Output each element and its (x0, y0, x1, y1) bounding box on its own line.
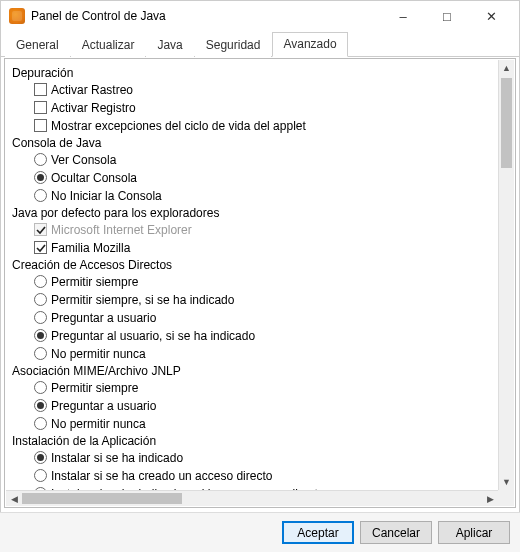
radio-icon[interactable] (34, 275, 47, 288)
checkbox-item[interactable]: Mostrar excepciones del ciclo de vida de… (34, 117, 496, 134)
scroll-up-icon[interactable]: ▲ (499, 60, 514, 76)
checkbox-icon (34, 223, 47, 236)
item-label: Familia Mozilla (51, 241, 130, 255)
vertical-scrollbar[interactable]: ▲ ▼ (498, 60, 514, 490)
checkbox-item: Microsoft Internet Explorer (34, 221, 496, 238)
dialog-footer: Aceptar Cancelar Aplicar (0, 512, 520, 552)
radio-item[interactable]: No permitir nunca (34, 415, 496, 432)
radio-icon[interactable] (34, 381, 47, 394)
tab-actualizar[interactable]: Actualizar (71, 33, 146, 57)
radio-item[interactable]: Permitir siempre, si se ha indicado (34, 291, 496, 308)
radio-item[interactable]: Preguntar a usuario (34, 397, 496, 414)
checkbox-icon[interactable] (34, 119, 47, 132)
maximize-button[interactable]: □ (425, 1, 469, 31)
item-label: No permitir nunca (51, 347, 146, 361)
radio-item[interactable]: Instalar si se ha indicado (34, 449, 496, 466)
item-label: Permitir siempre (51, 381, 138, 395)
radio-icon[interactable] (34, 417, 47, 430)
checkbox-icon[interactable] (34, 83, 47, 96)
section-header: Consola de Java (12, 136, 496, 150)
item-label: Ocultar Consola (51, 171, 137, 185)
item-label: Activar Registro (51, 101, 136, 115)
vertical-scroll-thumb[interactable] (501, 78, 512, 168)
checkbox-item[interactable]: Familia Mozilla (34, 239, 496, 256)
checkbox-item[interactable]: Activar Registro (34, 99, 496, 116)
tab-java[interactable]: Java (146, 33, 193, 57)
item-label: Preguntar a usuario (51, 311, 156, 325)
item-label: Activar Rastreo (51, 83, 133, 97)
tab-bar: GeneralActualizarJavaSeguridadAvanzado (1, 31, 519, 57)
java-icon (9, 8, 25, 24)
radio-item[interactable]: Preguntar al usuario, si se ha indicado (34, 327, 496, 344)
radio-icon[interactable] (34, 469, 47, 482)
radio-item[interactable]: Permitir siempre (34, 273, 496, 290)
horizontal-scroll-thumb[interactable] (22, 493, 182, 504)
item-label: Permitir siempre (51, 275, 138, 289)
section-header: Instalación de la Aplicación (12, 434, 496, 448)
scroll-down-icon[interactable]: ▼ (499, 474, 514, 490)
item-label: Microsoft Internet Explorer (51, 223, 192, 237)
section-header: Asociación MIME/Archivo JNLP (12, 364, 496, 378)
item-label: Ver Consola (51, 153, 116, 167)
radio-item[interactable]: No permitir nunca (34, 345, 496, 362)
scrollbar-corner (498, 490, 514, 506)
section-header: Creación de Accesos Directos (12, 258, 496, 272)
item-label: Permitir siempre, si se ha indicado (51, 293, 234, 307)
radio-icon[interactable] (34, 189, 47, 202)
item-label: Instalar si se ha indicado (51, 451, 183, 465)
radio-icon[interactable] (34, 347, 47, 360)
radio-item[interactable]: Instalar si se ha creado un acceso direc… (34, 467, 496, 484)
horizontal-scrollbar[interactable]: ◀ ▶ (6, 490, 498, 506)
section-header: Java por defecto para los exploradores (12, 206, 496, 220)
radio-item[interactable]: Preguntar a usuario (34, 309, 496, 326)
checkbox-icon[interactable] (34, 101, 47, 114)
radio-item[interactable]: No Iniciar la Consola (34, 187, 496, 204)
accept-button[interactable]: Aceptar (282, 521, 354, 544)
radio-icon[interactable] (34, 329, 47, 342)
minimize-button[interactable]: – (381, 1, 425, 31)
radio-icon[interactable] (34, 171, 47, 184)
content-pane: DepuraciónActivar RastreoActivar Registr… (4, 58, 516, 508)
item-label: Instalar si se ha creado un acceso direc… (51, 469, 272, 483)
item-label: Mostrar excepciones del ciclo de vida de… (51, 119, 306, 133)
item-label: Preguntar al usuario, si se ha indicado (51, 329, 255, 343)
tab-seguridad[interactable]: Seguridad (195, 33, 272, 57)
tab-general[interactable]: General (5, 33, 70, 57)
checkbox-item[interactable]: Activar Rastreo (34, 81, 496, 98)
section-header: Depuración (12, 66, 496, 80)
radio-icon[interactable] (34, 293, 47, 306)
window-titlebar: Panel de Control de Java – □ ✕ (1, 1, 519, 31)
item-label: No permitir nunca (51, 417, 146, 431)
radio-item[interactable]: Permitir siempre (34, 379, 496, 396)
window-title: Panel de Control de Java (31, 9, 381, 23)
tab-avanzado[interactable]: Avanzado (272, 32, 347, 57)
radio-icon[interactable] (34, 311, 47, 324)
apply-button[interactable]: Aplicar (438, 521, 510, 544)
radio-icon[interactable] (34, 153, 47, 166)
radio-icon[interactable] (34, 399, 47, 412)
close-button[interactable]: ✕ (469, 1, 513, 31)
settings-tree: DepuraciónActivar RastreoActivar Registr… (6, 60, 498, 490)
radio-item[interactable]: Ocultar Consola (34, 169, 496, 186)
checkbox-icon[interactable] (34, 241, 47, 254)
item-label: No Iniciar la Consola (51, 189, 162, 203)
cancel-button[interactable]: Cancelar (360, 521, 432, 544)
radio-item[interactable]: Ver Consola (34, 151, 496, 168)
scroll-right-icon[interactable]: ▶ (482, 491, 498, 507)
scroll-left-icon[interactable]: ◀ (6, 491, 22, 507)
item-label: Preguntar a usuario (51, 399, 156, 413)
radio-icon[interactable] (34, 451, 47, 464)
